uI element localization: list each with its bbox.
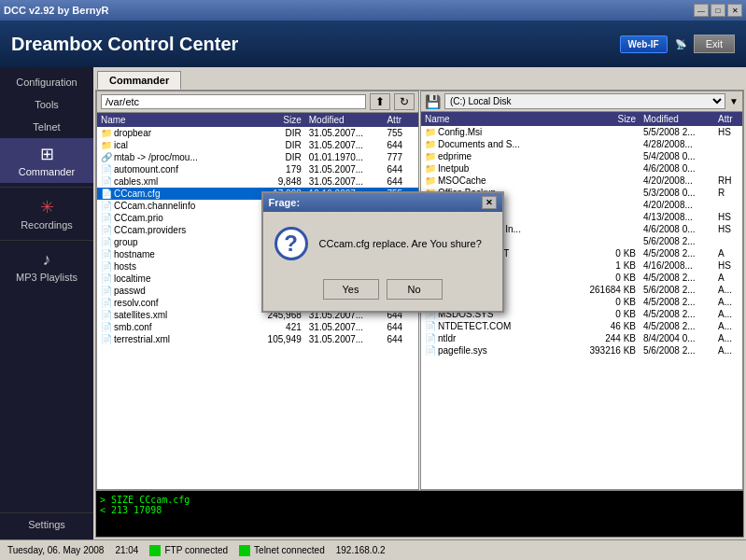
- header-right: Web-IF 📡 Exit: [620, 35, 736, 53]
- close-button[interactable]: ✕: [727, 4, 742, 17]
- right-file-row[interactable]: 📁 Inetpub 4/6/2008 0...: [421, 162, 742, 175]
- commander-panel: ⬆ ↻ Name Size Modified Attr 📁 dropbear: [95, 90, 744, 538]
- exit-button[interactable]: Exit: [694, 35, 735, 53]
- dialog-titlebar: Frage: ✕: [263, 193, 502, 212]
- signal-icon: 📡: [675, 39, 686, 49]
- sidebar-item-telnet[interactable]: Telnet: [0, 116, 93, 138]
- app-title: Dreambox Control Center: [11, 34, 238, 55]
- right-col-attr: Attr: [714, 114, 742, 124]
- left-path-input[interactable]: [101, 94, 366, 109]
- left-file-row[interactable]: 📄 cables.xml 9,848 31.05.2007... 644: [97, 175, 418, 188]
- statusbar-ip: 192.168.0.2: [336, 545, 386, 555]
- window-title: DCC v2.92 by BernyR: [4, 5, 109, 16]
- right-file-row[interactable]: 📁 Documents and S... 4/28/2008...: [421, 138, 742, 150]
- tab-commander[interactable]: Commander: [97, 71, 181, 90]
- statusbar-date: Tuesday, 06. May 2008: [7, 545, 104, 555]
- sidebar-item-mp3playlists[interactable]: ♪ MP3 Playlists: [0, 245, 93, 288]
- right-col-size: Size: [574, 114, 640, 124]
- right-file-row[interactable]: 📁 MSOCache 4/20/2008... RH: [421, 175, 742, 187]
- dialog-message: CCcam.cfg replace. Are You shure?: [319, 238, 482, 249]
- left-file-row[interactable]: 🔗 mtab -> /proc/mou... DIR 01.01.1970...…: [97, 151, 418, 163]
- sidebar-item-recordings[interactable]: ✳ Recordings: [0, 191, 93, 236]
- right-file-row[interactable]: 📄 pagefile.sys 393216 KB 5/6/2008 2... A…: [421, 344, 742, 357]
- right-col-modified: Modified: [640, 114, 714, 124]
- dialog-yes-button[interactable]: Yes: [323, 279, 379, 300]
- left-panel-header: Name Size Modified Attr: [97, 113, 418, 127]
- drive-select[interactable]: (C:) Local Disk: [444, 93, 725, 109]
- left-file-row[interactable]: 📁 ical DIR 31.05.2007... 644: [97, 139, 418, 151]
- statusbar-time: 21:04: [115, 545, 138, 555]
- titlebar: DCC v2.92 by BernyR — □ ✕: [0, 0, 746, 21]
- sidebar-spacer: [0, 288, 93, 512]
- left-refresh-button[interactable]: ↻: [394, 93, 415, 110]
- right-panel-header: Name Size Modified Attr: [421, 112, 742, 126]
- sidebar-item-configuration[interactable]: Configuration: [0, 71, 93, 93]
- left-file-row[interactable]: 📁 dropbear DIR 31.05.2007... 755: [97, 127, 418, 139]
- dialog-no-button[interactable]: No: [387, 279, 443, 300]
- telnet-light: [239, 545, 250, 556]
- tab-bar: Commander: [93, 67, 746, 90]
- left-file-row[interactable]: 📄 smb.conf 421 31.05.2007... 644: [97, 321, 418, 333]
- window-controls: — □ ✕: [694, 4, 742, 17]
- left-up-button[interactable]: ⬆: [370, 93, 390, 110]
- ftp-light: [149, 545, 161, 556]
- right-file-row[interactable]: 📁 edprime 5/4/2008 0...: [421, 150, 742, 162]
- statusbar: Tuesday, 06. May 2008 21:04 FTP connecte…: [0, 539, 746, 560]
- right-col-name: Name: [421, 114, 574, 124]
- dialog-close-button[interactable]: ✕: [482, 196, 497, 209]
- ftp-label: FTP connected: [164, 545, 228, 555]
- terminal-area: > SIZE CCcam.cfg< 213 17098: [96, 490, 743, 537]
- left-col-size: Size: [253, 115, 305, 125]
- drive-arrow: ▼: [729, 96, 739, 106]
- telnet-status: Telnet connected: [239, 545, 325, 556]
- recordings-icon: ✳: [40, 197, 54, 217]
- header: Dreambox Control Center Web-IF 📡 Exit: [0, 21, 746, 67]
- maximize-button[interactable]: □: [711, 4, 725, 17]
- sidebar-separator: [0, 187, 93, 188]
- sidebar-separator-2: [0, 240, 93, 241]
- sidebar-item-tools[interactable]: Tools: [0, 93, 93, 116]
- right-file-row[interactable]: 📄 NTDETECT.COM 46 KB 4/5/2008 2... A...: [421, 320, 742, 332]
- dialog-body: ? CCcam.cfg replace. Are You shure?: [263, 212, 502, 272]
- sidebar-item-settings[interactable]: Settings: [0, 512, 93, 536]
- drive-selector: 💾 (C:) Local Disk ▼: [421, 91, 742, 112]
- left-col-modified: Modified: [305, 115, 384, 125]
- terminal-line: < 213 17098: [100, 505, 739, 515]
- sidebar-item-commander[interactable]: ⊞ Commander: [0, 138, 93, 183]
- left-col-attr: Attr: [383, 115, 418, 125]
- sidebar: Configuration Tools Telnet ⊞ Commander ✳…: [0, 67, 93, 539]
- left-file-row[interactable]: 📄 terrestrial.xml 105,949 31.05.2007... …: [97, 333, 418, 345]
- right-file-row[interactable]: 📁 Config.Msi 5/5/2008 2... HS: [421, 126, 742, 138]
- terminal-line: > SIZE CCcam.cfg: [100, 495, 739, 505]
- minimize-button[interactable]: —: [694, 4, 709, 17]
- webif-button[interactable]: Web-IF: [620, 35, 668, 53]
- dialog-buttons: Yes No: [263, 272, 502, 311]
- left-file-row[interactable]: 📄 automount.conf 179 31.05.2007... 644: [97, 163, 418, 175]
- dialog: Frage: ✕ ? CCcam.cfg replace. Are You sh…: [261, 191, 504, 313]
- dialog-title: Frage:: [269, 197, 301, 208]
- left-panel-toolbar: ⬆ ↻: [97, 91, 418, 113]
- ftp-status: FTP connected: [149, 545, 228, 556]
- left-col-name: Name: [97, 115, 253, 125]
- mp3-icon: ♪: [43, 250, 51, 270]
- telnet-label: Telnet connected: [254, 545, 325, 555]
- commander-icon: ⊞: [40, 144, 54, 164]
- right-file-row[interactable]: 📄 ntldr 244 KB 8/4/2004 0... A...: [421, 332, 742, 344]
- drive-icon: 💾: [425, 94, 441, 109]
- dialog-question-icon: ?: [274, 227, 308, 260]
